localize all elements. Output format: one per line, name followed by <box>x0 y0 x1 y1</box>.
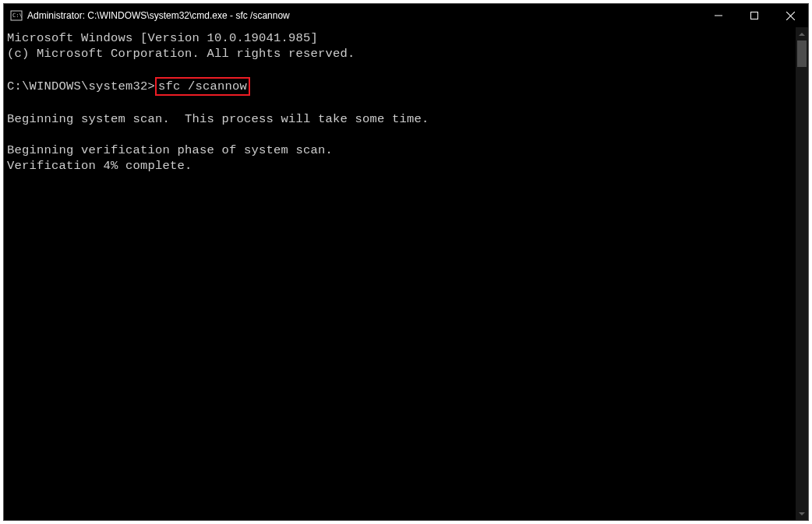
window-controls <box>701 4 808 27</box>
copyright-line: (c) Microsoft Corporation. All rights re… <box>7 47 355 61</box>
titlebar[interactable]: C:\ Administrator: C:\WINDOWS\system32\c… <box>4 4 808 27</box>
scroll-thumb[interactable] <box>797 40 807 67</box>
maximize-button[interactable] <box>736 4 772 27</box>
cmd-window: C:\ Administrator: C:\WINDOWS\system32\c… <box>3 3 809 521</box>
close-button[interactable] <box>772 4 808 27</box>
verify-progress-line: Verification 4% complete. <box>7 159 192 173</box>
vertical-scrollbar[interactable] <box>796 27 808 520</box>
window-title: Administrator: C:\WINDOWS\system32\cmd.e… <box>27 10 701 21</box>
svg-marker-6 <box>799 33 805 36</box>
scroll-down-arrow-icon[interactable] <box>796 507 808 520</box>
scan-begin-line: Beginning system scan. This process will… <box>7 112 429 126</box>
version-line: Microsoft Windows [Version 10.0.19041.98… <box>7 31 318 45</box>
prompt: C:\WINDOWS\system32> <box>7 79 155 93</box>
content-area: Microsoft Windows [Version 10.0.19041.98… <box>4 27 808 520</box>
terminal-output[interactable]: Microsoft Windows [Version 10.0.19041.98… <box>4 27 796 520</box>
svg-text:C:\: C:\ <box>12 12 23 19</box>
svg-rect-3 <box>751 12 758 19</box>
cmd-icon: C:\ <box>10 9 23 22</box>
verify-phase-line: Beginning verification phase of system s… <box>7 143 333 157</box>
highlighted-command: sfc /scannow <box>155 77 250 96</box>
minimize-button[interactable] <box>701 4 736 27</box>
scroll-up-arrow-icon[interactable] <box>796 27 808 40</box>
svg-marker-7 <box>799 512 805 515</box>
scroll-track[interactable] <box>796 40 808 507</box>
